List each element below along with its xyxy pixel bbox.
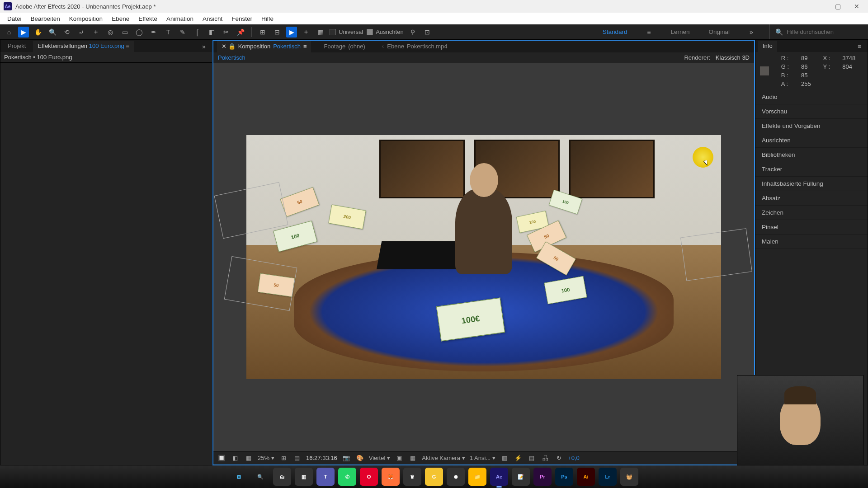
clone-tool[interactable]: ⌠ [192, 27, 203, 38]
ellipse-tool[interactable]: ◯ [134, 27, 145, 38]
menu-effekte[interactable]: Effekte [134, 15, 162, 22]
minimize-button[interactable]: — [815, 2, 823, 10]
eraser-tool[interactable]: ◧ [206, 27, 217, 38]
workspace-standard[interactable]: Standard [600, 27, 630, 37]
taskbar-photoshop[interactable]: Ps [555, 468, 573, 486]
taskbar-files[interactable]: 📁 [468, 468, 486, 486]
panel-malen[interactable]: Malen [755, 235, 868, 249]
proportional-button[interactable]: ⊡ [422, 27, 433, 38]
viewer-timecode[interactable]: 16:27:33:16 [306, 455, 337, 461]
taskbar-obs[interactable]: ⏺ [447, 468, 465, 486]
menu-hilfe[interactable]: Hilfe [257, 15, 278, 22]
workspace-original[interactable]: Original [706, 27, 732, 37]
panel-inhaltsbasierte-fuellung[interactable]: Inhaltsbasierte Füllung [755, 177, 868, 191]
snap-options-button[interactable]: ⚲ [407, 27, 418, 38]
exposure-value[interactable]: +0,0 [568, 455, 580, 461]
world-axis-button[interactable]: ⊟ [272, 27, 283, 38]
new-button[interactable]: ＋ [301, 27, 311, 38]
info-panel-menu[interactable]: ≡ [854, 41, 865, 52]
transparency-icon[interactable]: ▦ [408, 454, 417, 463]
magnify-icon[interactable]: 🔲 [217, 454, 226, 463]
taskbar-teams[interactable]: T [316, 468, 335, 486]
panel-zeichen[interactable]: Zeichen [755, 206, 868, 220]
zoom-dropdown[interactable]: 25% ▾ [258, 455, 274, 461]
menu-ansicht[interactable]: Ansicht [198, 15, 227, 22]
taskbar-explorer[interactable]: 🗂 [273, 468, 291, 486]
universal-toggle[interactable]: Universal [330, 28, 363, 35]
panel-overflow-button[interactable]: » [198, 41, 209, 52]
universal-checkbox[interactable] [330, 29, 336, 35]
taskbar-opera[interactable]: O [360, 468, 378, 486]
taskbar-app[interactable]: G [425, 468, 443, 486]
panel-bibliotheken[interactable]: Bibliotheken [755, 148, 868, 162]
workspace-overflow-button[interactable]: » [746, 27, 757, 38]
pixel-aspect-icon[interactable]: ▥ [500, 454, 509, 463]
taskbar-notepad[interactable]: 📝 [512, 468, 530, 486]
pen-tool[interactable]: ✒ [148, 27, 159, 38]
local-axis-button[interactable]: ⊞ [257, 27, 268, 38]
tab-info[interactable]: Info [758, 41, 777, 52]
comp-tab-komposition[interactable]: ✕ 🔒 Komposition Pokertisch ≡ [217, 41, 311, 52]
views-dropdown[interactable]: 1 Ansi... ▾ [470, 455, 495, 461]
fast-preview-icon[interactable]: ⚡ [514, 454, 523, 463]
menu-datei[interactable]: Datei [3, 15, 26, 22]
comp-breadcrumb[interactable]: Pokertisch [218, 54, 245, 61]
home-button[interactable]: ⌂ [4, 27, 14, 38]
menu-fenster[interactable]: Fenster [227, 15, 257, 22]
brush-tool[interactable]: ✎ [177, 27, 188, 38]
pan-behind-tool[interactable]: ◎ [105, 27, 116, 38]
comp-tab-ebene[interactable]: ▫ Ebene Pokertisch.mp4 [378, 41, 452, 52]
taskbar-aftereffects[interactable]: Ae [490, 468, 508, 486]
taskbar-whatsapp[interactable]: ✆ [338, 468, 356, 486]
panel-vorschau[interactable]: Vorschau [755, 104, 868, 119]
taskbar-search[interactable]: 🔍 [251, 468, 269, 486]
alpha-icon[interactable]: ▦ [244, 454, 253, 463]
rotate-tool[interactable]: ⤾ [76, 27, 87, 38]
taskbar-illustrator[interactable]: Ai [577, 468, 595, 486]
workspace-menu-icon[interactable]: ≡ [643, 27, 654, 38]
reset-exposure-icon[interactable]: ↻ [554, 454, 563, 463]
roi-icon[interactable]: ▣ [395, 454, 404, 463]
panel-tracker[interactable]: Tracker [755, 162, 868, 177]
panel-absatz[interactable]: Absatz [755, 191, 868, 206]
channel-icon[interactable]: ◧ [231, 454, 240, 463]
menu-ebene[interactable]: Ebene [107, 15, 134, 22]
taskbar-lightroom[interactable]: Lr [599, 468, 617, 486]
rect-tool[interactable]: ▭ [119, 27, 130, 38]
camera-dropdown[interactable]: Aktive Kamera ▾ [422, 455, 465, 461]
panel-effekte-vorgaben[interactable]: Effekte und Vorgaben [755, 119, 868, 133]
taskbar-taskview[interactable]: ▥ [295, 468, 313, 486]
color-mgmt-icon[interactable]: 🎨 [355, 454, 364, 463]
panel-pinsel[interactable]: Pinsel [755, 220, 868, 235]
align-checkbox[interactable] [367, 29, 373, 35]
selection-tool[interactable]: ▶ [18, 27, 29, 38]
roto-tool[interactable]: ✂ [221, 27, 231, 38]
close-button[interactable]: ✕ [853, 2, 861, 10]
taskbar-app[interactable]: ♛ [403, 468, 421, 486]
camera-tool[interactable]: ＋ [90, 27, 101, 38]
timeline-icon[interactable]: ▤ [527, 454, 536, 463]
renderer-value[interactable]: Klassisch 3D [716, 54, 750, 61]
help-search[interactable]: 🔍 [769, 24, 864, 39]
taskbar-premiere[interactable]: Pr [533, 468, 552, 486]
maximize-button[interactable]: ▢ [834, 2, 842, 10]
resolution-dropdown[interactable]: Viertel ▾ [369, 455, 391, 461]
grid-button[interactable]: ▦ [315, 27, 326, 38]
align-toggle[interactable]: Ausrichten [367, 28, 403, 35]
taskbar-firefox[interactable]: 🦊 [382, 468, 400, 486]
zoom-tool[interactable]: 🔍 [47, 27, 58, 38]
comp-tab-footage[interactable]: Footage (ohne) [319, 41, 369, 52]
workspace-lernen[interactable]: Lernen [668, 27, 692, 37]
panel-audio[interactable]: Audio [755, 90, 868, 104]
tab-projekt[interactable]: Projekt [3, 41, 30, 52]
menu-animation[interactable]: Animation [162, 15, 198, 22]
snapshot-icon[interactable]: 📷 [342, 454, 351, 463]
safe-zones-icon[interactable]: ⊞ [279, 454, 288, 463]
hand-tool[interactable]: ✋ [33, 27, 43, 38]
grid-icon[interactable]: ▤ [292, 454, 302, 463]
help-search-input[interactable] [787, 28, 859, 35]
view-axis-button[interactable]: ▶ [286, 27, 297, 38]
taskbar-start[interactable]: ⊞ [230, 468, 248, 486]
menu-komposition[interactable]: Komposition [65, 15, 107, 22]
panel-ausrichten[interactable]: Ausrichten [755, 133, 868, 148]
